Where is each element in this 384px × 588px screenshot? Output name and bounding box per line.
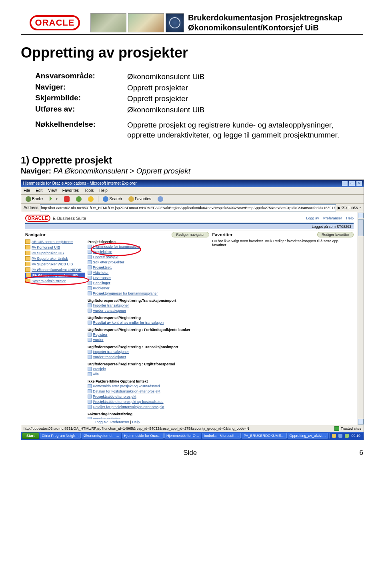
nav-function-item[interactable]: Prosjektsaldo etter prosjekt xyxy=(88,394,209,399)
nav-function-item[interactable]: Registrer xyxy=(88,332,209,337)
nav-responsibility-link[interactable]: AR UIB sentral registrerer xyxy=(32,239,73,245)
nav-function-link[interactable]: Prosjektsaldo etter prosjekt og kostnads… xyxy=(93,399,164,405)
nav-function-link[interactable]: Vurder transaksjoner xyxy=(93,355,126,360)
taskbar-button[interactable]: Økonomisystemet - … xyxy=(82,433,121,439)
nav-function-link[interactable]: Prosjekt xyxy=(93,367,106,372)
nav-responsibility-item[interactable]: PA Superbruker UIB xyxy=(25,250,85,256)
nav-responsibility-item[interactable]: PA Økonomikonsulent UIB xyxy=(25,273,85,278)
menu-edit[interactable]: Edit xyxy=(36,188,42,193)
nav-function-item[interactable]: Inntektsvurdering xyxy=(88,417,209,419)
nav-function-item[interactable]: Importer transaksjoner xyxy=(88,349,209,355)
nav-responsibility-item[interactable]: PA Økonomikonsulent UNIFOB xyxy=(25,267,85,273)
nav-function-item[interactable]: Resultat av kontroll av midler for trans… xyxy=(88,320,209,325)
nav-function-link[interactable]: Resultat av kontroll av midler for trans… xyxy=(93,320,164,325)
nav-function-link[interactable]: Inntektsvurdering xyxy=(93,417,120,419)
nav-function-link[interactable]: Vurder transaksjoner xyxy=(93,308,126,313)
nav-responsibility-item[interactable]: PA Kontorsjef UIB xyxy=(25,245,85,250)
link-preferences[interactable]: Preferanser xyxy=(323,216,342,220)
nav-function-item[interactable]: Detaljer for prosjekttransaksjon etter p… xyxy=(88,405,209,410)
close-button[interactable]: ✕ xyxy=(356,181,362,186)
vertical-scrollbar[interactable] xyxy=(358,212,364,425)
nav-function-link[interactable]: Alle xyxy=(93,372,99,377)
nav-function-link[interactable]: Leveranser xyxy=(93,275,111,281)
tray-icon[interactable] xyxy=(345,434,349,438)
maximize-button[interactable]: ▭ xyxy=(349,181,355,186)
nav-function-item[interactable]: Vurder xyxy=(88,337,209,343)
scroll-thumb[interactable] xyxy=(358,219,364,236)
tray-icon[interactable] xyxy=(332,434,336,438)
link-logoff[interactable]: Logg av xyxy=(306,216,319,220)
address-input[interactable] xyxy=(40,204,336,211)
scroll-up-arrow-icon[interactable] xyxy=(358,213,364,218)
nav-function-link[interactable]: Opprett prosjekt xyxy=(93,255,118,260)
nav-function-item[interactable]: Aktiviteter xyxy=(88,270,209,275)
taskbar-button[interactable]: Hjemmeside for Orac… xyxy=(122,433,164,439)
taskbar-button[interactable]: Oppretting_av_aktivi… xyxy=(288,433,328,439)
nav-function-item[interactable]: Vurder transaksjoner xyxy=(88,308,209,313)
home-button[interactable] xyxy=(86,196,96,202)
footer-logoff[interactable]: Logg av xyxy=(95,420,108,424)
nav-function-item[interactable]: Prosjektsaldo etter prosjekt og kostnads… xyxy=(88,399,209,405)
nav-function-item[interactable]: Detaljer for kostotransaksjon etter pros… xyxy=(88,389,209,394)
menu-file[interactable]: File xyxy=(24,188,30,193)
nav-function-link[interactable]: Importer transaksjoner xyxy=(93,349,129,355)
nav-function-item[interactable]: Søk etter prosjekter xyxy=(88,260,209,265)
nav-function-item[interactable]: Leveranser xyxy=(88,275,209,281)
stop-button[interactable] xyxy=(62,196,72,202)
nav-function-link[interactable]: Kontosaldo etter prosjekt og kostnadsste… xyxy=(93,384,160,389)
taskbar-button[interactable]: PA_BRUKERDOKUME… xyxy=(242,433,286,439)
links-label[interactable]: Links xyxy=(348,205,358,210)
nav-function-item[interactable]: Hjemmeside for teammedlem xyxy=(88,244,209,249)
nav-responsibility-link[interactable]: System Administrator xyxy=(32,278,66,284)
nav-responsibility-item[interactable]: AR UIB sentral registrerer xyxy=(25,239,85,245)
taskbar-button[interactable]: Citrix Program Neigh… xyxy=(40,433,81,439)
nav-function-link[interactable]: Søk etter prosjekter xyxy=(93,260,124,265)
nav-function-link[interactable]: Detaljer for prosjekttransaksjon etter p… xyxy=(93,405,164,410)
footer-pref[interactable]: Preferanser xyxy=(110,420,129,424)
refresh-button[interactable] xyxy=(74,196,84,202)
start-button[interactable]: Start xyxy=(22,433,39,439)
nav-responsibility-item[interactable]: PA Superbruker WEB UIB xyxy=(25,261,85,267)
nav-responsibility-link[interactable]: PA Superbruker UIB xyxy=(32,250,64,256)
menu-view[interactable]: View xyxy=(48,188,57,193)
nav-function-item[interactable]: Importer transaksjoner xyxy=(88,303,209,308)
nav-function-link[interactable]: Vurder xyxy=(93,337,104,343)
nav-function-item[interactable]: Prosjektliste xyxy=(88,249,209,255)
nav-function-link[interactable]: Detaljer for kostotransaksjon etter pros… xyxy=(93,389,160,394)
nav-function-link[interactable]: Problemer xyxy=(93,286,110,291)
nav-responsibility-item[interactable]: System Administrator xyxy=(25,278,85,284)
nav-responsibility-link[interactable]: PA Kontorsjef UIB xyxy=(32,245,60,250)
tray-icon[interactable] xyxy=(338,434,342,438)
nav-function-item[interactable]: Handlinger xyxy=(88,281,209,286)
nav-responsibility-link[interactable]: PA Økonomikonsulent UIB xyxy=(32,273,78,278)
nav-function-link[interactable]: Aktiviteter xyxy=(93,270,109,275)
search-button[interactable]: Search xyxy=(101,196,124,202)
nav-function-link[interactable]: Prosjektprognoser fra bemanningsplaner xyxy=(93,291,158,296)
nav-responsibility-link[interactable]: PA Økonomikonsulent UNIFOB xyxy=(32,267,81,273)
nav-responsibility-link[interactable]: PA Superbruker Unifob xyxy=(32,256,68,261)
menu-tools[interactable]: Tools xyxy=(84,188,94,193)
nav-function-link[interactable]: Handlinger xyxy=(93,281,110,286)
nav-function-link[interactable]: Prosjektsett xyxy=(93,265,112,270)
nav-function-link[interactable]: Prosjektliste xyxy=(93,249,112,255)
taskbar-button[interactable]: Innboks - Microsoft … xyxy=(202,433,241,439)
forward-button[interactable]: ▾ xyxy=(48,196,60,202)
nav-function-item[interactable]: Prosjekt xyxy=(88,367,209,372)
back-button[interactable]: Back▾ xyxy=(24,196,45,202)
favorites-button[interactable]: Favorites xyxy=(126,196,153,202)
nav-function-item[interactable]: Kontosaldo etter prosjekt og kostnadsste… xyxy=(88,384,209,389)
nav-function-item[interactable]: Problemer xyxy=(88,286,209,291)
go-button[interactable]: ▶ Go xyxy=(338,205,347,210)
menu-favorites[interactable]: Favorites xyxy=(62,188,79,193)
edit-favorites-button[interactable]: Rediger favoritter xyxy=(317,232,354,237)
menu-help[interactable]: Help xyxy=(99,188,108,193)
history-icon[interactable] xyxy=(156,196,165,202)
nav-function-link[interactable]: Prosjektsaldo etter prosjekt xyxy=(93,394,136,399)
minimize-button[interactable]: _ xyxy=(342,181,348,186)
nav-function-link[interactable]: Hjemmeside for teammedlem xyxy=(93,244,140,249)
nav-function-item[interactable]: Vurder transaksjoner xyxy=(88,355,209,360)
nav-responsibility-link[interactable]: PA Superbruker WEB UIB xyxy=(32,261,73,267)
nav-function-item[interactable]: Opprett prosjekt xyxy=(88,255,209,260)
system-tray[interactable]: 09:19 xyxy=(329,433,363,439)
nav-function-item[interactable]: Prosjektsett xyxy=(88,265,209,270)
